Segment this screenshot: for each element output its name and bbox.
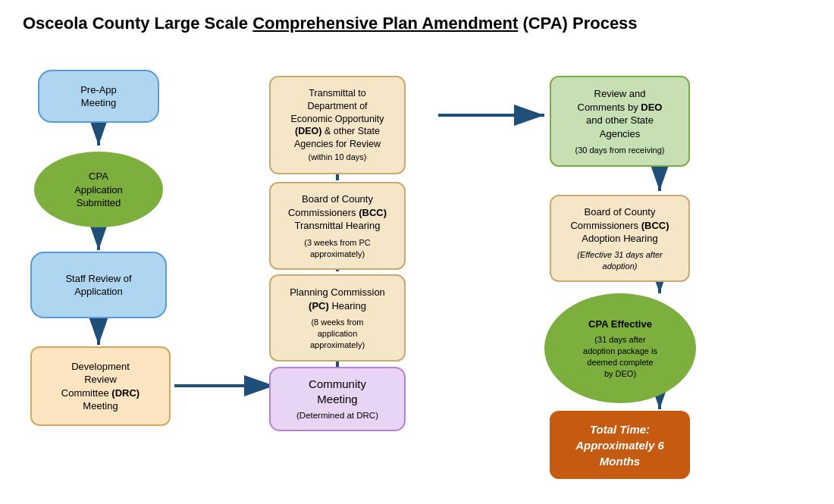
bcc-adoption-sublabel: (Effective 31 days afteradoption) bbox=[577, 249, 663, 272]
bcc-transmittal-label: Board of CountyCommissioners (BCC)Transm… bbox=[288, 193, 387, 233]
title-part1: Osceola County Large Scale bbox=[23, 14, 252, 33]
total-time-label: Total Time:Approximately 6Months bbox=[575, 421, 664, 469]
cpa-effective-label: CPA Effective bbox=[588, 318, 652, 331]
preapp-node: Pre-App Meeting bbox=[38, 70, 159, 123]
review-deo-label: Review andComments by DEOand other State… bbox=[578, 87, 663, 140]
bcc-transmittal-sublabel: (3 weeks from PCapproximately) bbox=[304, 237, 370, 260]
cpa-submitted-label: CPAApplicationSubmitted bbox=[74, 170, 123, 210]
bcc-transmittal-node: Board of CountyCommissioners (BCC)Transm… bbox=[269, 182, 406, 270]
page-title: Osceola County Large Scale Comprehensive… bbox=[23, 14, 811, 33]
title-part2: (CPA) Process bbox=[518, 14, 637, 33]
staff-review-label: Staff Review ofApplication bbox=[65, 272, 131, 299]
drc-node: DevelopmentReviewCommittee (DRC)Meeting bbox=[30, 346, 171, 426]
community-label: CommunityMeeting bbox=[309, 377, 366, 408]
review-deo-node: Review andComments by DEOand other State… bbox=[550, 76, 690, 167]
total-time-node: Total Time:Approximately 6Months bbox=[550, 411, 690, 479]
page: Osceola County Large Scale Comprehensive… bbox=[0, 0, 834, 504]
title-underline: Comprehensive Plan Amendment bbox=[252, 14, 518, 33]
community-sublabel: (Determined at DRC) bbox=[296, 410, 378, 422]
cpa-effective-node: CPA Effective (31 days afteradoption pac… bbox=[544, 293, 696, 403]
pc-hearing-sublabel: (8 weeks fromapplicationapproximately) bbox=[310, 317, 365, 351]
review-deo-sublabel: (30 days from receiving) bbox=[575, 145, 665, 156]
staff-review-node: Staff Review ofApplication bbox=[30, 252, 167, 318]
preapp-label: Pre-App Meeting bbox=[80, 83, 117, 110]
pc-hearing-node: Planning Commission(PC) Hearing (8 weeks… bbox=[269, 274, 406, 362]
pc-hearing-label: Planning Commission(PC) Hearing bbox=[290, 286, 385, 312]
cpa-submitted-node: CPAApplicationSubmitted bbox=[34, 152, 163, 227]
flowchart: Pre-App Meeting CPAApplicationSubmitted … bbox=[23, 47, 811, 487]
transmittal-deo-node: Transmittal toDepartment ofEconomic Oppo… bbox=[269, 76, 406, 174]
bcc-adoption-node: Board of CountyCommissioners (BCC)Adopti… bbox=[550, 195, 690, 282]
drc-label: DevelopmentReviewCommittee (DRC)Meeting bbox=[61, 360, 140, 413]
transmittal-deo-label: Transmittal toDepartment ofEconomic Oppo… bbox=[291, 87, 384, 164]
bcc-adoption-label: Board of CountyCommissioners (BCC)Adopti… bbox=[570, 205, 669, 246]
cpa-effective-sublabel: (31 days afteradoption package isdeemed … bbox=[583, 334, 657, 379]
community-node: CommunityMeeting (Determined at DRC) bbox=[269, 367, 406, 431]
